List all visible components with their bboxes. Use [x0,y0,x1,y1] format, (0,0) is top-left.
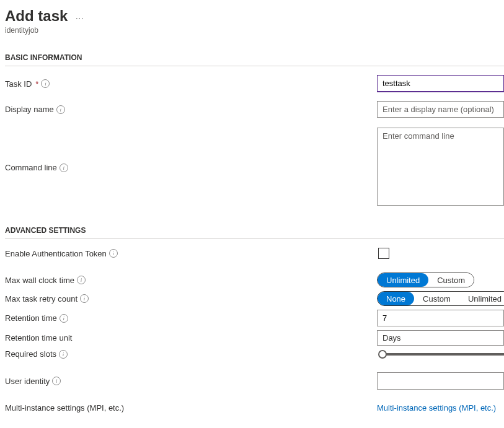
page-title: Add task [5,7,68,25]
section-basic-info: Basic Information [5,53,504,66]
info-icon[interactable]: i [41,79,50,88]
user-identity-select[interactable] [377,372,504,390]
info-icon[interactable]: i [56,105,65,114]
info-icon[interactable]: i [60,164,68,172]
info-icon[interactable]: i [52,377,61,385]
info-icon[interactable]: i [77,276,86,284]
required-slots-label: Required slots [5,349,56,359]
command-line-label: Command line [5,163,57,172]
job-subtitle: identityjob [5,26,504,35]
multi-instance-link[interactable]: Multi-instance settings (MPI, etc.) [377,403,496,413]
max-task-retry-toggle[interactable]: None Custom Unlimited [377,291,504,306]
max-wall-clock-label: Max wall clock time [5,276,74,285]
pill-custom[interactable]: Custom [428,273,474,287]
pill-none[interactable]: None [378,292,414,305]
info-icon[interactable]: i [60,314,68,323]
enable-auth-token-label: Enable Authentication Token [5,249,107,258]
max-wall-clock-toggle[interactable]: Unlimited Custom [377,273,474,287]
info-icon[interactable]: i [59,350,68,359]
enable-auth-token-checkbox[interactable] [378,248,389,259]
task-id-label: Task ID [5,79,32,89]
section-advanced: Advanced Settings [5,226,504,239]
info-icon[interactable]: i [80,294,89,303]
required-asterisk: * [35,79,38,89]
slider-thumb[interactable] [378,350,387,359]
multi-instance-label: Multi-instance settings (MPI, etc.) [5,403,124,413]
max-task-retry-label: Max task retry count [5,294,77,304]
retention-unit-label: Retention time unit [5,333,72,343]
pill-unlimited2[interactable]: Unlimited [459,292,504,305]
retention-time-input[interactable] [377,310,504,326]
task-id-input[interactable] [377,75,504,92]
info-icon[interactable]: i [109,249,118,258]
retention-unit-select[interactable]: Days [377,330,504,346]
pill-unlimited[interactable]: Unlimited [378,273,428,287]
command-line-input[interactable] [377,128,504,206]
retention-time-label: Retention time [5,313,57,323]
display-name-input[interactable] [377,101,504,118]
more-menu-button[interactable]: … [75,11,84,21]
required-slots-slider[interactable] [379,353,504,356]
pill-custom2[interactable]: Custom [414,292,459,305]
display-name-label: Display name [5,105,54,114]
user-identity-label: User identity [5,377,50,386]
